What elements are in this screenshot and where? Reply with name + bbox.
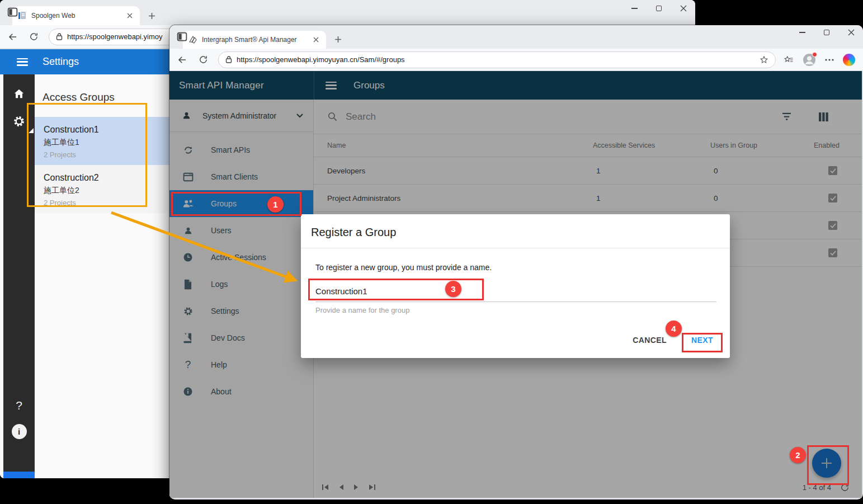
desktop: Spoolgen Web — [0, 0, 863, 504]
minimize-button[interactable] — [798, 29, 806, 36]
browser-window-sam: Intergraph Smart® Api Manager — [169, 25, 863, 500]
sam-favicon — [188, 35, 197, 44]
info-icon[interactable]: i — [3, 424, 35, 439]
tab-strip: Intergraph Smart® Api Manager — [169, 25, 863, 49]
maximize-button[interactable] — [655, 4, 663, 12]
gear-icon[interactable] — [3, 115, 35, 128]
tab-spoolgen-web[interactable]: Spoolgen Web — [12, 6, 140, 25]
profile-avatar[interactable] — [803, 53, 816, 67]
more-menu-icon[interactable] — [825, 59, 834, 61]
tab-close-icon[interactable] — [125, 11, 134, 20]
cancel-button[interactable]: CANCEL — [633, 336, 667, 345]
help-icon[interactable]: ? — [3, 399, 35, 412]
spoolgen-favicon — [18, 11, 27, 20]
lock-icon — [225, 56, 232, 63]
next-button[interactable]: NEXT — [691, 336, 713, 345]
home-icon[interactable] — [3, 88, 35, 100]
left-rail: ? i — [3, 74, 35, 478]
tab-title: Spoolgen Web — [31, 12, 121, 20]
rail-accent-bar — [3, 472, 35, 478]
address-bar[interactable]: https://spoolgenwebapi.yimoyuyan.cn/Sam/… — [218, 51, 776, 68]
maximize-button[interactable] — [823, 29, 831, 36]
tab-close-icon[interactable] — [312, 35, 320, 44]
minimize-button[interactable] — [630, 4, 638, 12]
back-icon[interactable] — [177, 55, 187, 65]
close-button[interactable] — [680, 4, 687, 12]
new-tab-button[interactable] — [331, 32, 345, 46]
sam-app: Smart API Manager Groups System Administ… — [169, 71, 862, 498]
menu-icon[interactable] — [17, 58, 28, 66]
url-text: https://spoolgenwebapi.yimoyuyan.cn/Sam/… — [237, 55, 755, 64]
browser-toolbar: https://spoolgenwebapi.yimoyuyan.cn/Sam/… — [169, 49, 863, 71]
settings-title: Settings — [43, 56, 79, 68]
favorites-bar-icon[interactable] — [784, 55, 794, 64]
tab-title: Intergraph Smart® Api Manager — [202, 36, 307, 44]
tab-strip: Spoolgen Web — [0, 0, 695, 25]
url-text: https://spoolgenwebapi.yimoy — [67, 32, 163, 41]
close-button[interactable] — [847, 29, 855, 36]
new-tab-button[interactable] — [144, 8, 159, 23]
workspaces-icon[interactable] — [176, 31, 188, 43]
input-hint: Provide a name for the group — [315, 306, 730, 314]
refresh-icon[interactable] — [29, 32, 39, 41]
workspaces-icon[interactable] — [7, 6, 18, 18]
active-item-marker — [29, 128, 34, 133]
notification-dot — [812, 52, 817, 57]
dialog-body-text: To register a new group, you must provid… — [301, 248, 730, 272]
dialog-title: Register a Group — [301, 214, 730, 248]
bookmark-star-icon[interactable] — [760, 55, 768, 64]
refresh-icon[interactable] — [199, 55, 208, 64]
tab-sam[interactable]: Intergraph Smart® Api Manager — [183, 31, 326, 49]
group-name-input[interactable] — [315, 284, 716, 302]
back-icon[interactable] — [8, 32, 18, 42]
register-group-dialog: Register a Group To register a new group… — [301, 214, 730, 358]
lock-icon — [56, 33, 63, 40]
copilot-icon[interactable] — [843, 54, 855, 66]
